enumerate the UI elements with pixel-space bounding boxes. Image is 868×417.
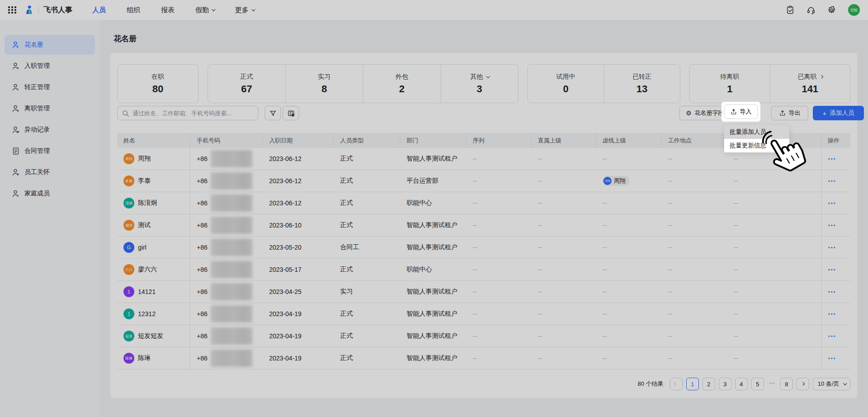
helpdesk-headset-icon[interactable] — [806, 5, 816, 14]
stat-已转正[interactable]: 已转正13 — [604, 65, 680, 103]
cell-hire-date: 2023-04-19 — [263, 310, 334, 317]
stat-value: 3 — [477, 83, 482, 95]
stat-label: 正式 — [240, 73, 253, 81]
app-grid-icon[interactable] — [8, 6, 17, 14]
stat-实习[interactable]: 实习8 — [285, 65, 363, 103]
row-actions-button[interactable]: ••• — [828, 245, 836, 250]
sidebar-item-合同管理[interactable]: 合同管理 — [5, 141, 95, 161]
stat-label: 试用中 — [556, 73, 575, 81]
svg-text:+: + — [17, 66, 19, 70]
table-row[interactable]: 淯炯陈淯炯+862023-06-12正式职能中心----------••• — [117, 192, 850, 214]
row-actions-button[interactable]: ••• — [828, 201, 836, 206]
svg-text:⋮: ⋮ — [16, 45, 20, 49]
stat-正式[interactable]: 正式67 — [208, 65, 285, 103]
page-button-1[interactable]: 1 — [686, 378, 699, 390]
search-input[interactable] — [133, 110, 253, 117]
menu-item-batch-add[interactable]: 批量添加人员 — [724, 125, 789, 139]
row-actions-button[interactable]: ••• — [828, 179, 836, 184]
user-avatar[interactable]: 智能 — [848, 4, 860, 16]
page-ellipsis: … — [768, 378, 777, 390]
page-button-2[interactable]: 2 — [702, 378, 715, 390]
cell-sequence: -- — [466, 222, 531, 229]
sidebar-item-入职管理[interactable]: +入职管理 — [5, 56, 95, 76]
nav-tab-假勤[interactable]: 假勤 — [195, 6, 214, 14]
cell-sequence: -- — [466, 199, 531, 207]
nav-tab-报表[interactable]: 报表 — [161, 6, 175, 14]
row-actions-button[interactable]: ••• — [828, 223, 836, 228]
cell-work-location: -- — [662, 222, 727, 229]
sidebar-item-离职管理[interactable]: ×离职管理 — [5, 99, 95, 118]
table-row[interactable]: 114121+862023-04-25实习智能人事测试租户----------•… — [117, 281, 850, 303]
svg-text:⇄: ⇄ — [16, 130, 19, 134]
page-button-4[interactable]: 4 — [735, 378, 748, 390]
cell-extra: -- — [727, 266, 821, 273]
menu-item-batch-update-spotlight[interactable]: 批量更新信息 — [724, 139, 789, 152]
table-row[interactable]: 陈琳陈琳+862023-04-19正式智能人事测试租户----------••• — [117, 347, 850, 370]
page-button-5[interactable]: 5 — [751, 378, 764, 390]
svg-text:✓: ✓ — [16, 87, 19, 91]
dotted-manager-tag[interactable]: 周翔周翔 — [602, 176, 630, 186]
table-row[interactable]: 测试测试+862023-06-10正式智能人事测试租户----------••• — [117, 214, 850, 237]
cell-person-type: 正式 — [334, 221, 400, 229]
row-actions-button[interactable]: ••• — [828, 312, 836, 317]
stat-外包[interactable]: 外包2 — [363, 65, 441, 103]
roster-fields-label: 花名册字段 — [695, 109, 724, 117]
stat-其他[interactable]: 其他3 — [441, 65, 518, 103]
cell-work-location: -- — [662, 310, 727, 317]
brand-divider — [38, 6, 39, 14]
phone-prefix: +86 — [197, 310, 208, 317]
stat-在职[interactable]: 在职80 — [118, 65, 198, 103]
table-row[interactable]: Ggirl+862023-05-20合同工智能人事测试租户----------•… — [117, 237, 850, 259]
column-settings-button[interactable] — [283, 106, 299, 120]
sidebar-item-label: 员工关怀 — [24, 168, 50, 176]
nav-tab-更多[interactable]: 更多 — [235, 6, 254, 14]
sidebar-item-转正管理[interactable]: ✓转正管理 — [5, 77, 95, 97]
sidebar-item-员工关怀[interactable]: ♥员工关怀 — [5, 162, 95, 182]
add-person-button[interactable]: + 添加人员 — [813, 106, 864, 120]
stat-试用中[interactable]: 试用中0 — [528, 65, 604, 103]
filter-button[interactable] — [265, 106, 281, 120]
row-actions-button[interactable]: ••• — [828, 156, 836, 161]
table-row[interactable]: 六六廖六六+862023-05-17正式职能中心----------••• — [117, 259, 850, 281]
stat-value: 80 — [152, 83, 163, 95]
phone-masked — [211, 194, 252, 212]
row-actions-button[interactable]: ••• — [828, 267, 836, 272]
cell-department: 智能人事测试租户 — [400, 243, 466, 251]
chevron-down-icon — [212, 8, 215, 11]
page-button-3[interactable]: 3 — [719, 378, 731, 390]
row-actions-button[interactable]: ••• — [828, 334, 836, 339]
sidebar-item-家庭成员[interactable]: ٭家庭成员 — [5, 184, 95, 204]
cell-name: 李泰李泰 — [117, 170, 190, 192]
cell-person-type: 实习 — [334, 288, 400, 296]
cell-work-location: -- — [662, 244, 727, 251]
page-button-8[interactable]: 8 — [780, 378, 793, 390]
settings-gear-icon[interactable] — [827, 5, 836, 14]
cell-actions: ••• — [821, 192, 864, 214]
stat-value: 67 — [241, 83, 252, 95]
cell-person-type: 正式 — [334, 354, 400, 362]
stat-value: 0 — [563, 83, 569, 95]
approval-clipboard-icon[interactable] — [786, 5, 795, 14]
import-button[interactable]: 导入 — [724, 104, 758, 119]
prev-page-button[interactable] — [670, 378, 683, 390]
page-size-select[interactable]: 10 条/页 — [813, 378, 850, 390]
stat-待离职[interactable]: 待离职1 — [690, 65, 770, 103]
table-row[interactable]: 李泰李泰+862023-06-12正式平台运营部----周翔周翔----••• — [117, 170, 850, 192]
table-row[interactable]: 112312+862023-04-19正式智能人事测试租户----------•… — [117, 303, 850, 325]
row-actions-button[interactable]: ••• — [828, 356, 836, 361]
stat-group: 待离职1已离职141 — [689, 64, 850, 103]
table-row[interactable]: 短发短发短发+862023-04-19正式智能人事测试租户----------•… — [117, 325, 850, 347]
sidebar-item-label: 离职管理 — [24, 104, 50, 113]
row-actions-button[interactable]: ••• — [828, 289, 836, 294]
nav-tab-组织[interactable]: 组织 — [127, 6, 140, 14]
export-button[interactable]: 导出 — [771, 106, 808, 120]
next-page-button[interactable] — [797, 378, 809, 390]
cell-actions: ••• — [821, 214, 864, 236]
care-person-heart-icon: ♥ — [12, 168, 20, 176]
sidebar-item-花名册[interactable]: ⋮花名册 — [5, 35, 95, 55]
sidebar-item-异动记录[interactable]: ⇄异动记录 — [5, 120, 95, 140]
cell-person-type: 正式 — [334, 155, 400, 163]
stat-已离职[interactable]: 已离职141 — [770, 65, 850, 103]
page-title: 花名册 — [114, 33, 137, 44]
nav-tab-人员[interactable]: 人员 — [92, 6, 106, 14]
